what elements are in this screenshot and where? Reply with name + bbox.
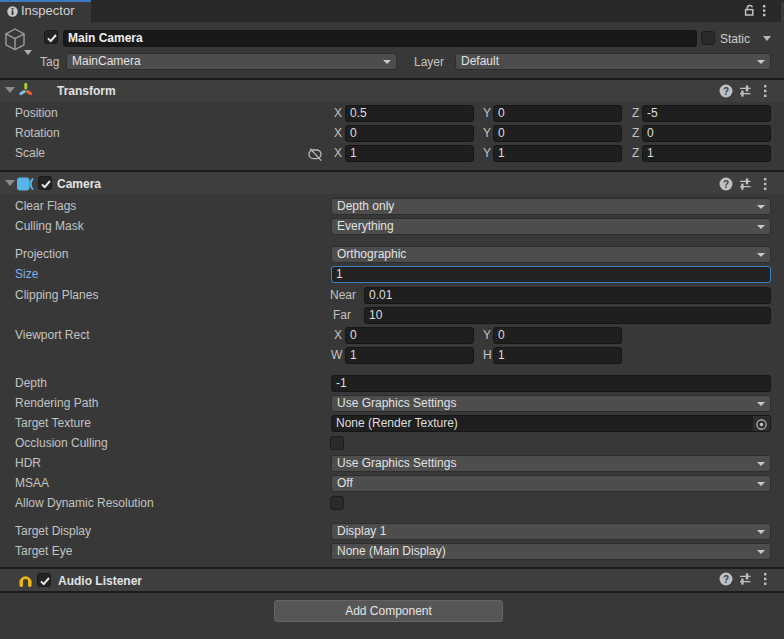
- svg-text:?: ?: [723, 86, 729, 97]
- svg-text:?: ?: [723, 179, 729, 190]
- svg-text:?: ?: [723, 574, 729, 585]
